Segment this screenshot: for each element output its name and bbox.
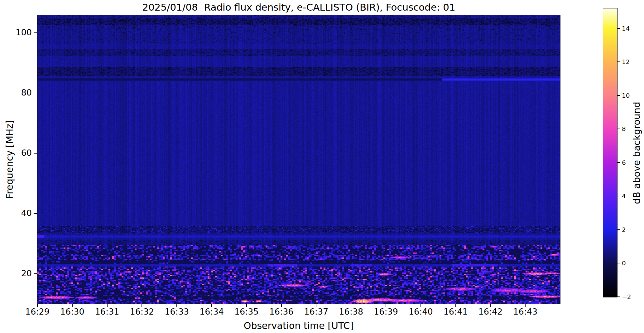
colorbar — [603, 8, 618, 297]
colorbar-tick-label: −2 — [622, 293, 631, 301]
colorbar-label: dB above background — [631, 102, 642, 204]
x-tick-mark — [107, 304, 108, 307]
x-tick-label: 16:36 — [263, 307, 300, 316]
x-tick-label: 16:43 — [507, 307, 544, 316]
colorbar-tick-mark — [618, 61, 620, 62]
y-tick-mark — [34, 213, 37, 214]
x-tick-mark — [455, 304, 456, 307]
y-tick-mark — [34, 32, 37, 33]
y-tick-label: 60 — [9, 148, 32, 158]
colorbar-tick-mark — [618, 28, 620, 29]
x-axis-label: Observation time [UTC] — [244, 320, 353, 331]
y-tick-label: 80 — [9, 88, 32, 97]
x-tick-label: 16:34 — [193, 307, 230, 316]
y-tick-label: 20 — [9, 268, 32, 278]
colorbar-tick-mark — [618, 263, 620, 263]
colorbar-tick-label: 4 — [622, 192, 626, 200]
figure-root: 2025/01/08 Radio flux density, e-CALLIST… — [0, 0, 644, 333]
x-tick-mark — [316, 304, 316, 307]
colorbar-tick-label: 6 — [622, 159, 626, 166]
x-tick-mark — [72, 304, 73, 307]
x-tick-label: 16:30 — [54, 307, 91, 316]
colorbar-tick-label: 0 — [622, 259, 626, 267]
colorbar-tick-label: 14 — [622, 25, 630, 32]
x-tick-label: 16:40 — [402, 307, 440, 316]
x-tick-label: 16:37 — [297, 307, 335, 316]
y-tick-label: 100 — [9, 27, 32, 37]
colorbar-tick-mark — [618, 229, 620, 230]
x-tick-label: 16:42 — [472, 307, 509, 316]
x-tick-label: 16:32 — [123, 307, 161, 316]
x-tick-mark — [525, 304, 526, 307]
x-tick-mark — [176, 304, 177, 307]
x-tick-label: 16:41 — [437, 307, 474, 316]
y-tick-label: 40 — [9, 208, 32, 218]
x-tick-label: 16:38 — [332, 307, 370, 316]
x-tick-mark — [281, 304, 282, 307]
colorbar-tick-label: 2 — [622, 226, 626, 233]
colorbar-tick-mark — [618, 95, 620, 96]
x-tick-mark — [142, 304, 142, 307]
y-tick-mark — [34, 93, 37, 93]
y-tick-mark — [34, 273, 37, 274]
colorbar-tick-mark — [618, 296, 620, 297]
y-tick-mark — [34, 153, 37, 154]
colorbar-tick-mark — [618, 129, 620, 129]
x-tick-label: 16:35 — [228, 307, 265, 316]
x-tick-mark — [490, 304, 491, 307]
spectrogram-canvas — [37, 15, 560, 304]
y-axis-label: Frequency [MHz] — [4, 120, 15, 199]
x-tick-label: 16:29 — [19, 307, 56, 316]
x-tick-mark — [37, 304, 38, 307]
x-tick-mark — [246, 304, 247, 307]
x-tick-mark — [351, 304, 351, 307]
colorbar-tick-label: 8 — [622, 125, 626, 133]
spectrogram-plot — [37, 15, 560, 304]
x-tick-mark — [421, 304, 421, 307]
colorbar-tick-mark — [618, 162, 620, 163]
colorbar-tick-label: 12 — [622, 58, 630, 66]
colorbar-tick-label: 10 — [622, 92, 630, 99]
page-title: 2025/01/08 Radio flux density, e-CALLIST… — [37, 2, 560, 13]
x-tick-label: 16:31 — [89, 307, 126, 316]
x-tick-mark — [211, 304, 212, 307]
x-tick-mark — [386, 304, 386, 307]
x-tick-label: 16:33 — [158, 307, 195, 316]
colorbar-tick-mark — [618, 196, 620, 196]
x-tick-label: 16:39 — [367, 307, 405, 316]
